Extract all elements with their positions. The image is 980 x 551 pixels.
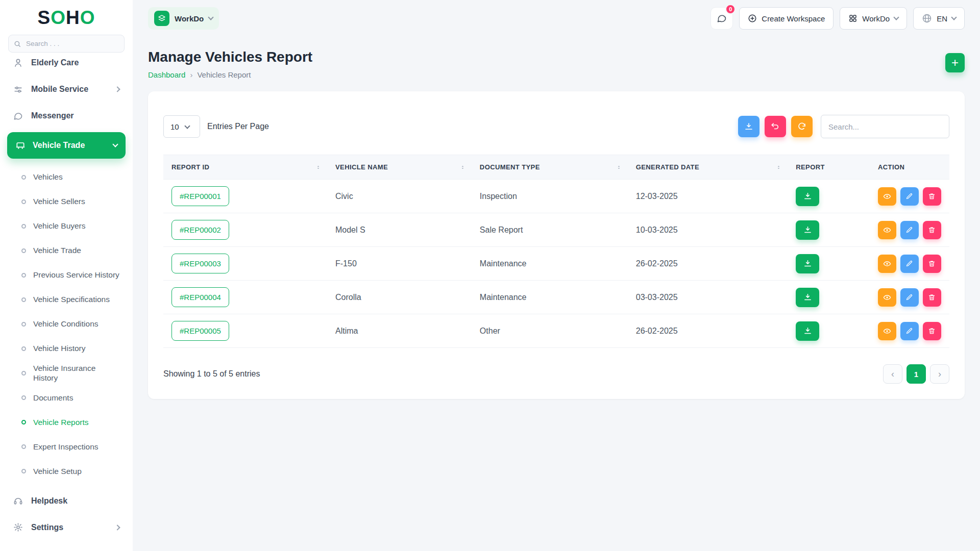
edit-button[interactable] (900, 322, 919, 340)
column-header-report: REPORT (788, 155, 870, 180)
submenu-bullet-icon (21, 175, 26, 180)
table-search-input[interactable] (821, 115, 949, 138)
column-header-report-id[interactable]: REPORT ID (163, 155, 327, 180)
sidebar-subitem-vehicles[interactable]: Vehicles (0, 165, 133, 189)
chevron-right-icon (114, 524, 120, 530)
row-actions (878, 288, 941, 307)
pencil-icon (905, 327, 913, 335)
chat-icon (717, 13, 727, 23)
page-1-button[interactable]: 1 (906, 364, 926, 384)
workdo-menu-button[interactable]: WorkDo (840, 7, 907, 30)
workdo-menu-label: WorkDo (862, 14, 890, 23)
table-row: #REP00005 Altima Other 26-02-2025 (163, 314, 949, 348)
download-report-button[interactable] (796, 288, 819, 307)
add-report-button[interactable]: + (945, 53, 965, 72)
sidebar-subitem-expert-inspections[interactable]: Expert Inspections (0, 435, 133, 459)
table-header-row: REPORT ID VEHICLE NAME DOCUMENT TYPE GEN… (163, 155, 949, 180)
sidebar-subitem-previous-service-history[interactable]: Previous Service History (0, 263, 133, 287)
workspace-name: WorkDo (175, 14, 204, 23)
download-icon (803, 327, 812, 335)
next-page-button[interactable]: › (930, 364, 949, 384)
sidebar-subitem-vehicle-specifications[interactable]: Vehicle Specifications (0, 287, 133, 312)
document-type-cell: Inspection (472, 180, 628, 213)
chevron-down-icon (893, 14, 899, 20)
refresh-icon (797, 122, 806, 131)
download-report-button[interactable] (796, 187, 819, 206)
submenu-bullet-icon (21, 469, 26, 473)
column-header-vehicle-name[interactable]: VEHICLE NAME (327, 155, 472, 180)
sidebar-item-vehicle-trade[interactable]: Vehicle Trade (7, 132, 126, 159)
delete-button[interactable] (923, 187, 941, 206)
vehicle-name-cell: Corolla (327, 281, 472, 314)
sidebar-item-elderly-care[interactable]: Elderly Care (0, 58, 133, 76)
trash-icon (928, 327, 936, 335)
download-report-button[interactable] (796, 254, 819, 273)
column-header-action: ACTION (870, 155, 949, 180)
create-workspace-button[interactable]: Create Workspace (739, 7, 834, 30)
view-button[interactable] (878, 255, 896, 273)
submenu-bullet-icon (21, 395, 26, 400)
delete-button[interactable] (923, 322, 941, 340)
chevron-down-icon (208, 14, 214, 20)
sidebar-item-settings[interactable]: Settings (0, 514, 133, 541)
workspace-switcher[interactable]: WorkDo (148, 7, 219, 30)
generated-date-cell: 26-02-2025 (628, 314, 788, 348)
reset-button[interactable] (765, 116, 786, 137)
brand-logo[interactable]: SOHO (0, 0, 133, 33)
sidebar-item-mobile-service[interactable]: Mobile Service (0, 76, 133, 103)
document-type-cell: Maintenance (472, 281, 628, 314)
chevron-down-icon (184, 123, 190, 129)
grid-icon (848, 14, 857, 23)
breadcrumb-dashboard-link[interactable]: Dashboard (148, 70, 185, 79)
sort-icon (315, 164, 321, 170)
submenu-bullet-icon (21, 346, 26, 351)
edit-button[interactable] (900, 187, 919, 206)
reports-table: REPORT ID VEHICLE NAME DOCUMENT TYPE GEN… (163, 155, 949, 348)
language-selector[interactable]: EN (913, 7, 965, 30)
sort-icon (460, 164, 465, 170)
sidebar-subitem-vehicle-trade[interactable]: Vehicle Trade (0, 238, 133, 263)
document-type-cell: Other (472, 314, 628, 348)
topbar-actions: 0 Create Workspace WorkDo (710, 7, 965, 30)
view-button[interactable] (878, 221, 896, 239)
sidebar-subitem-vehicle-buyers[interactable]: Vehicle Buyers (0, 214, 133, 238)
sidebar-subitem-vehicle-insurance-history[interactable]: Vehicle Insurance History (0, 361, 133, 386)
view-button[interactable] (878, 187, 896, 206)
vehicle-name-cell: F-150 (327, 247, 472, 281)
prev-page-button[interactable]: ‹ (883, 364, 902, 384)
sidebar-subitem-vehicle-sellers[interactable]: Vehicle Sellers (0, 189, 133, 214)
view-button[interactable] (878, 322, 896, 340)
delete-button[interactable] (923, 255, 941, 273)
person-icon (13, 58, 23, 68)
download-report-button[interactable] (796, 321, 819, 341)
entries-per-page-select[interactable]: 10 (163, 115, 200, 138)
sidebar-subitem-documents[interactable]: Documents (0, 386, 133, 410)
eye-icon (883, 192, 891, 201)
breadcrumb-separator-icon: › (190, 70, 192, 79)
sidebar-subitem-vehicle-conditions[interactable]: Vehicle Conditions (0, 312, 133, 336)
report-id-badge: #REP00004 (172, 287, 229, 307)
report-id-badge: #REP00003 (172, 254, 229, 273)
table-row: #REP00004 Corolla Maintenance 03-03-2025 (163, 281, 949, 314)
sidebar-subitem-label: Vehicle Conditions (33, 319, 99, 329)
sidebar-item-messenger[interactable]: Messenger (0, 103, 133, 129)
delete-button[interactable] (923, 288, 941, 307)
sidebar-subitem-vehicle-setup[interactable]: Vehicle Setup (0, 459, 133, 484)
download-report-button[interactable] (796, 220, 819, 240)
sidebar-subitem-vehicle-history[interactable]: Vehicle History (0, 336, 133, 361)
column-header-generated-date[interactable]: GENERATED DATE (628, 155, 788, 180)
view-button[interactable] (878, 288, 896, 307)
edit-button[interactable] (900, 288, 919, 307)
edit-button[interactable] (900, 221, 919, 239)
export-button[interactable] (738, 116, 760, 137)
sidebar-item-helpdesk[interactable]: Helpdesk (0, 488, 133, 514)
sidebar-search-input[interactable] (8, 35, 125, 53)
sidebar-subitem-vehicle-reports[interactable]: Vehicle Reports (0, 410, 133, 435)
refresh-button[interactable] (791, 116, 813, 137)
column-header-document-type[interactable]: DOCUMENT TYPE (472, 155, 628, 180)
messages-count-badge: 0 (725, 4, 736, 14)
messages-button[interactable]: 0 (710, 7, 733, 30)
edit-button[interactable] (900, 255, 919, 273)
delete-button[interactable] (923, 221, 941, 239)
chevron-right-icon (114, 86, 120, 92)
